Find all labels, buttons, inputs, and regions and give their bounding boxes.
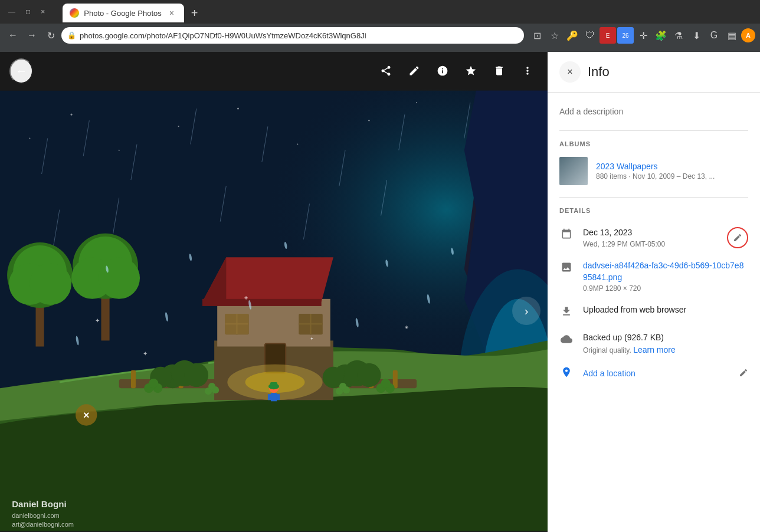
info-close-button[interactable]: × [559,61,581,83]
svg-point-8 [368,120,369,121]
location-edit-icon[interactable] [739,368,748,379]
extension-badge-red[interactable]: E [600,27,616,44]
lock-icon: 🔒 [67,31,76,40]
backup-row: Backed up (926.7 KB) Original quality. L… [559,326,748,360]
tab-bar: Photo - Google Photos × + [58,1,207,22]
user-avatar[interactable]: A [741,28,755,42]
delete-button[interactable] [489,60,510,81]
forward-button[interactable]: → [24,27,40,44]
download-icon[interactable]: ⬇ [688,27,705,44]
date-row: Dec 13, 2023 Wed, 1:29 PM GMT-05:00 [559,221,748,254]
cast-icon[interactable]: ⊡ [529,27,545,44]
svg-point-33 [30,263,71,305]
svg-point-82 [339,383,346,390]
details-label: DETAILS [559,207,748,214]
bookmark-icon[interactable]: ☆ [546,27,563,44]
svg-text:Daniel Bogni: Daniel Bogni [12,499,66,509]
next-photo-button[interactable]: › [512,297,540,325]
crosshair-icon[interactable]: ✛ [635,27,651,44]
tab-close-button[interactable]: × [166,8,177,18]
window-controls: — □ × [5,6,48,17]
edit-date-button[interactable] [727,227,748,248]
maximize-button[interactable]: □ [22,6,34,17]
add-location-button[interactable]: Add a location [583,369,729,378]
svg-point-69 [357,363,381,387]
svg-point-2 [29,137,30,139]
album-meta: 880 items · Nov 10, 2009 – Dec 13, ... [596,172,748,180]
backup-status-text: Backed up (926.7 KB) [583,332,748,344]
svg-point-3 [71,114,73,116]
back-button[interactable]: ← [5,27,21,44]
album-name[interactable]: 2023 Wallpapers [596,162,748,171]
date-main: Dec 13, 2023 [583,227,718,239]
filename-text[interactable]: dadvsei-a84f426a-fa3c-49d6-b569-10cb7e89… [583,260,748,283]
title-bar: — □ × Photo - Google Photos × + [0,0,760,24]
svg-point-9 [416,102,417,103]
info-panel-title: Info [588,64,610,80]
album-info: 2023 Wallpapers 880 items · Nov 10, 2009… [596,162,748,180]
extension-badge-26[interactable]: 26 [617,27,634,44]
photo-display: × [0,90,548,532]
cloud-icon [559,333,574,348]
url-bar[interactable]: 🔒 photos.google.com/photo/AF1QipO7NDf0-H… [61,27,524,44]
more-options-button[interactable] [517,60,538,81]
reload-button[interactable]: ↻ [42,27,59,44]
info-button[interactable] [432,60,453,81]
share-button[interactable] [375,60,397,81]
svg-text:✦: ✦ [143,350,148,357]
svg-text:danielbogni.com: danielbogni.com [12,512,60,519]
location-icon [559,366,574,381]
svg-text:✦: ✦ [310,336,314,341]
details-section: DETAILS Dec 13, 2023 Wed, 1:29 PM GMT-05… [548,198,760,396]
file-meta: 0.9MP 1280 × 720 [583,284,748,293]
svg-rect-34 [101,293,109,341]
extension-icon-2[interactable]: 🛡 [582,27,598,44]
description-section: Add a description [548,93,760,130]
sidebar-icon[interactable]: ▤ [723,27,740,44]
svg-text:◈: ◈ [405,324,409,330]
add-description-button[interactable]: Add a description [559,102,748,121]
album-item[interactable]: 2023 Wallpapers 880 items · Nov 10, 2009… [559,155,748,188]
svg-rect-90 [270,382,277,387]
close-window-button[interactable]: × [37,6,48,17]
backup-quality: Original quality. Learn more [583,345,748,354]
svg-point-73 [149,379,158,388]
date-content: Dec 13, 2023 Wed, 1:29 PM GMT-05:00 [583,227,718,248]
extension-icon-1[interactable]: 🔑 [564,27,581,44]
extensions-icon[interactable]: 🧩 [653,27,669,44]
url-text: photos.google.com/photo/AF1QipO7NDf0-H9W… [80,31,518,40]
tab-title: Photo - Google Photos [84,9,162,18]
back-to-photos-button[interactable]: ← [9,58,33,84]
info-panel: × Info Add a description ALBUMS 2023 Wal… [548,52,760,532]
tab-favicon [70,8,79,18]
svg-text:×: × [83,409,90,421]
location-row: Add a location [559,360,748,387]
game-scene-image: × [0,90,548,532]
edit-button[interactable] [404,60,425,81]
photo-toolbar: ← [0,52,548,90]
browser-tab[interactable]: Photo - Google Photos × [63,4,184,22]
svg-rect-60 [299,314,322,334]
calendar-icon [559,228,574,243]
filename-row: dadvsei-a84f426a-fa3c-49d6-b569-10cb7e89… [559,254,748,298]
svg-text:art@danielbogni.com: art@danielbogni.com [12,521,74,528]
svg-point-76 [381,379,391,388]
upload-content: Uploaded from web browser [583,304,748,316]
learn-more-link[interactable]: Learn more [633,345,676,354]
backup-content: Backed up (926.7 KB) Original quality. L… [583,332,748,354]
browser-toolbar-icons: ⊡ ☆ 🔑 🛡 E 26 ✛ 🧩 ⚗ ⬇ G ▤ A [529,27,755,44]
favorite-button[interactable] [460,60,481,81]
svg-point-7 [297,144,298,145]
filename-content: dadvsei-a84f426a-fa3c-49d6-b569-10cb7e89… [583,260,748,293]
minimize-button[interactable]: — [5,6,19,17]
svg-rect-87 [268,394,271,400]
upload-icon [559,306,574,320]
new-tab-button[interactable]: + [186,4,203,22]
svg-rect-86 [271,393,277,401]
lab-icon[interactable]: ⚗ [670,27,687,44]
albums-label: ALBUMS [559,140,748,147]
svg-point-5 [178,126,179,127]
google-icon[interactable]: G [706,27,722,44]
albums-section: ALBUMS 2023 Wallpapers 880 items · Nov 1… [548,131,760,197]
image-icon [559,261,574,276]
